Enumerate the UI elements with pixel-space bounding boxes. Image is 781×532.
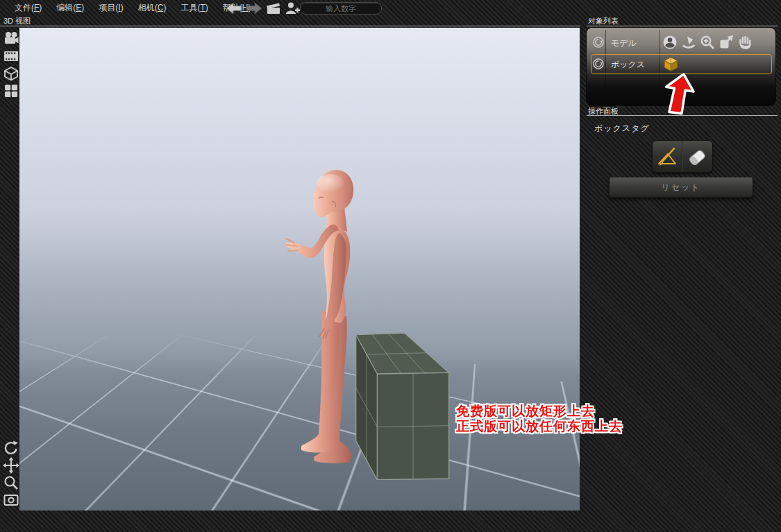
rotate-view-icon[interactable] bbox=[3, 440, 19, 456]
pen-tag-icon bbox=[656, 145, 678, 167]
annotation-line-2: 正式版可以放任何东西上去 bbox=[456, 419, 623, 434]
redo-arrow-icon[interactable] bbox=[245, 1, 263, 15]
designdoll-app: { "menubar": { "items": [ {"label":"文件(F… bbox=[0, 0, 781, 532]
move-box-icon[interactable] bbox=[718, 34, 734, 51]
menu-camera[interactable]: 相机(C) bbox=[138, 2, 167, 14]
paint-tag-button[interactable] bbox=[653, 141, 682, 171]
hand-icon[interactable] bbox=[737, 34, 753, 51]
clapperboard-icon[interactable] bbox=[265, 1, 282, 16]
visibility-toggle-icon[interactable] bbox=[592, 36, 605, 49]
body-icon[interactable] bbox=[662, 34, 678, 51]
tag-tool-buttons bbox=[652, 140, 713, 173]
menubar: 文件(F) 编辑(E) 项目(I) 相机(C) 工具(T) 帮助(H) bbox=[0, 0, 781, 15]
annotation-text: 免费版可以放矩形上去 正式版可以放任何东西上去 bbox=[456, 404, 623, 434]
zoom-plus-icon[interactable] bbox=[699, 34, 716, 51]
viewport-title-underline bbox=[0, 26, 580, 26]
reset-button[interactable]: リセット bbox=[609, 178, 753, 198]
undo-arrow-icon[interactable] bbox=[225, 1, 243, 15]
selection-highlight bbox=[591, 54, 772, 74]
object-row-label: モデル bbox=[611, 37, 637, 49]
film-strip-icon[interactable] bbox=[3, 48, 19, 65]
rotate-icon[interactable] bbox=[680, 34, 697, 51]
viewport-canvas[interactable] bbox=[19, 28, 580, 510]
red-arrow-annotation bbox=[660, 72, 704, 119]
box-tag-label: ボックスタグ bbox=[594, 123, 650, 135]
menu-edit[interactable]: 编辑(E) bbox=[56, 2, 84, 14]
number-input[interactable] bbox=[300, 2, 382, 15]
object-list-underline bbox=[587, 26, 778, 26]
annotation-line-1: 免费版可以放矩形上去 bbox=[456, 404, 623, 419]
menu-tools[interactable]: 工具(T) bbox=[180, 2, 208, 14]
pan-view-icon[interactable] bbox=[3, 457, 19, 474]
camera-frame-icon[interactable] bbox=[3, 492, 19, 508]
scene-box-object[interactable] bbox=[353, 330, 453, 480]
mannequin-figure[interactable] bbox=[283, 165, 356, 470]
quad-view-icon[interactable] bbox=[3, 83, 19, 99]
viewport-title: 3D 视图 bbox=[3, 16, 31, 26]
menubar-quick-tools bbox=[225, 1, 301, 16]
zoom-view-icon[interactable] bbox=[3, 474, 19, 491]
add-figure-icon[interactable] bbox=[284, 1, 301, 16]
eraser-icon bbox=[686, 145, 708, 167]
object-list-title: 对象列表 bbox=[588, 16, 619, 26]
menu-project[interactable]: 项目(I) bbox=[99, 2, 123, 14]
object-row-model[interactable]: モデル bbox=[587, 32, 775, 53]
cube-3d-icon[interactable] bbox=[3, 65, 19, 82]
erase-tag-button[interactable] bbox=[682, 141, 712, 171]
model-tool-icons bbox=[662, 34, 753, 51]
movie-camera-icon[interactable] bbox=[3, 31, 19, 47]
menu-file[interactable]: 文件(F) bbox=[15, 2, 42, 14]
